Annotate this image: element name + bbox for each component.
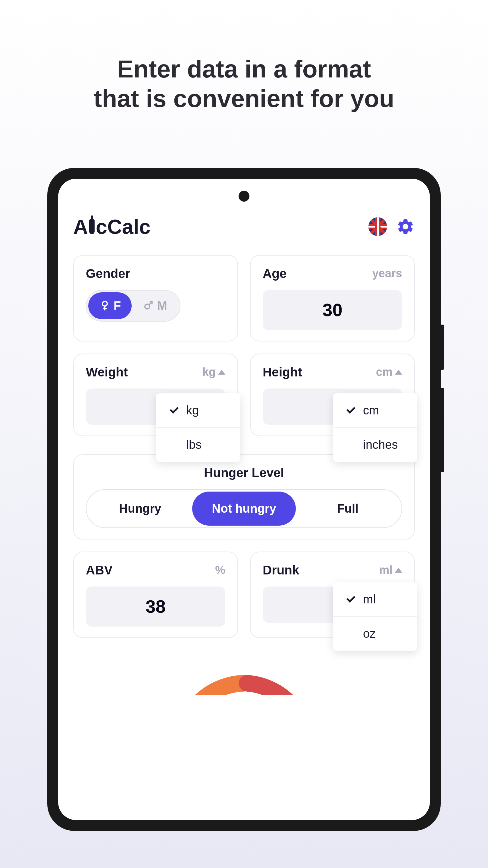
abv-input[interactable]: 38 xyxy=(86,587,225,627)
phone-screen: AcCalc xyxy=(58,179,430,820)
promo-heading: Enter data in a format that is convenien… xyxy=(0,0,488,114)
height-unit-selector[interactable]: cm xyxy=(376,366,402,378)
drunk-unit-option-oz[interactable]: oz xyxy=(333,617,417,651)
hunger-card: Hunger Level Hungry Not hungry Full xyxy=(73,454,415,539)
age-input[interactable]: 30 xyxy=(263,290,402,330)
hunger-option-full[interactable]: Full xyxy=(296,492,400,526)
chevron-up-icon xyxy=(395,370,402,375)
hunger-toggle: Hungry Not hungry Full xyxy=(86,489,402,528)
check-icon xyxy=(169,407,179,414)
female-icon xyxy=(99,300,110,311)
gender-toggle[interactable]: F M xyxy=(86,290,181,321)
phone-side-button xyxy=(441,388,444,472)
gender-female-option[interactable]: F xyxy=(88,292,132,319)
height-unit-dropdown: cm inches xyxy=(333,393,417,462)
drunk-unit-option-ml[interactable]: ml xyxy=(333,582,417,617)
gauge-card xyxy=(73,650,415,695)
abv-label: ABV xyxy=(86,563,113,578)
phone-side-button xyxy=(441,324,444,370)
svg-point-0 xyxy=(102,301,107,306)
abv-card: ABV % 38 xyxy=(73,552,238,638)
result-gauge xyxy=(154,659,334,695)
weight-unit-dropdown: kg lbs xyxy=(156,393,240,462)
weight-unit-selector[interactable]: kg xyxy=(202,366,225,378)
weight-card: Weight kg kg lb xyxy=(73,353,238,436)
bottle-icon xyxy=(89,219,95,234)
hunger-option-hungry[interactable]: Hungry xyxy=(88,492,192,526)
svg-point-3 xyxy=(145,304,150,309)
hunger-label: Hunger Level xyxy=(86,466,402,480)
gender-card: Gender F M xyxy=(73,255,238,341)
weight-unit-option-kg[interactable]: kg xyxy=(156,393,240,428)
chevron-up-icon xyxy=(218,370,225,375)
phone-frame: AcCalc xyxy=(47,168,441,831)
height-card: Height cm cm in xyxy=(250,353,415,436)
height-unit-option-inches[interactable]: inches xyxy=(333,428,417,462)
age-card: Age years 30 xyxy=(250,255,415,341)
height-label: Height xyxy=(263,365,302,379)
drunk-label: Drunk xyxy=(263,563,299,578)
language-flag-icon[interactable] xyxy=(368,217,387,236)
chevron-up-icon xyxy=(395,568,402,572)
app-header: AcCalc xyxy=(73,215,415,239)
age-unit: years xyxy=(372,267,402,280)
age-label: Age xyxy=(263,267,287,281)
check-icon xyxy=(346,595,356,603)
drunk-card: Drunk ml ml oz xyxy=(250,552,415,638)
gender-label: Gender xyxy=(86,267,130,281)
drunk-unit-selector[interactable]: ml xyxy=(379,564,402,577)
drunk-unit-dropdown: ml oz xyxy=(333,582,417,651)
gender-male-option[interactable]: M xyxy=(132,292,178,319)
weight-unit-option-lbs[interactable]: lbs xyxy=(156,428,240,462)
check-icon xyxy=(346,407,356,414)
male-icon xyxy=(142,300,154,311)
hunger-option-not-hungry[interactable]: Not hungry xyxy=(192,492,296,526)
height-unit-option-cm[interactable]: cm xyxy=(333,393,417,428)
phone-camera xyxy=(238,191,250,202)
weight-label: Weight xyxy=(86,365,128,379)
abv-unit: % xyxy=(215,564,225,577)
settings-gear-icon[interactable] xyxy=(396,217,415,236)
app-logo: AcCalc xyxy=(73,215,151,239)
